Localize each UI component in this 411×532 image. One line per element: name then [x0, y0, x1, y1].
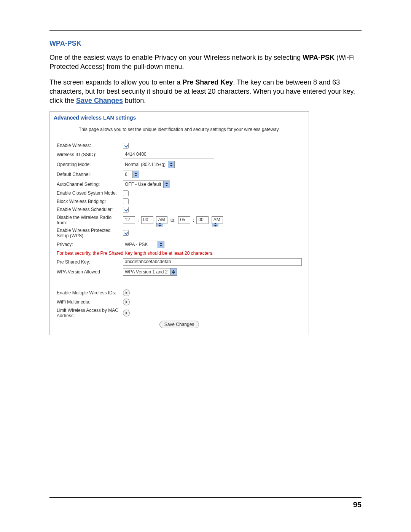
- chevron-right-icon[interactable]: [123, 299, 130, 305]
- label-block-bridging: Block Wireless Bridging:: [55, 197, 121, 205]
- label-disable-radio: Disable the Wireless Radio from:: [55, 214, 121, 227]
- settings-form: Enable Wireless: Wireless ID (SSID): 441…: [55, 141, 303, 329]
- checkbox-scheduler[interactable]: [123, 207, 129, 212]
- select-wpa-version[interactable]: WPA Version 1 and 2: [123, 268, 177, 276]
- para2-text-a: The screen expands to allow you to enter…: [49, 78, 182, 86]
- updown-arrows-icon: [158, 241, 164, 248]
- updown-arrows-icon: [163, 181, 170, 188]
- updown-arrows-icon: [212, 223, 218, 227]
- page-footer: 95: [49, 497, 362, 509]
- updown-arrows-icon: [170, 268, 177, 275]
- section-heading: WPA-PSK: [49, 40, 362, 48]
- psk-length-note: For best security, the Pre Shared Key le…: [55, 249, 303, 257]
- label-wpa-version: WPA Version Allowed: [55, 267, 121, 277]
- label-operating-mode: Operating Mode:: [55, 160, 121, 169]
- updown-arrows-icon: [132, 171, 139, 178]
- select-default-channel[interactable]: 6: [123, 171, 139, 178]
- checkbox-wps[interactable]: [123, 230, 129, 236]
- select-autochannel[interactable]: OFF - Use default: [123, 181, 170, 188]
- para2-text-c: button.: [123, 97, 146, 104]
- input-ssid[interactable]: 4414 0400: [123, 151, 214, 158]
- label-enable-wireless: Enable Wireless:: [55, 141, 121, 149]
- page-number: 95: [49, 500, 362, 509]
- select-to-ampm[interactable]: AM: [212, 216, 223, 224]
- label-multi-ids: Enable Multiple Wireless IDs:: [55, 288, 121, 297]
- settings-panel: Advanced wireless LAN settings This page…: [49, 111, 309, 335]
- input-psk[interactable]: abcdefabcdefabcdefab: [123, 258, 302, 266]
- select-privacy-text: WPA - PSK: [123, 241, 158, 248]
- label-wifi-mm: WiFi Multimedia:: [55, 297, 121, 307]
- label-closed-system: Enable Closed System Mode:: [55, 189, 121, 197]
- label-mac-limit: Limit Wireless Access by MAC Address:: [55, 307, 121, 320]
- label-privacy: Privacy:: [55, 240, 121, 249]
- colon-sep: :: [136, 217, 140, 223]
- panel-title: Advanced wireless LAN settings: [50, 112, 309, 125]
- bottom-horizontal-rule: [49, 497, 362, 498]
- intro-paragraph-1: One of the easiest ways to enable Privac…: [49, 53, 362, 72]
- colon-sep: :: [192, 217, 195, 223]
- to-label: to:: [170, 217, 175, 223]
- para2-bold: Pre Shared Key: [182, 78, 233, 86]
- select-from-ampm-text: AM: [156, 217, 167, 223]
- select-default-channel-text: 6: [123, 171, 132, 178]
- input-to-min[interactable]: 00: [196, 216, 209, 224]
- select-autochannel-text: OFF - Use default: [123, 181, 163, 188]
- select-to-ampm-text: AM: [212, 217, 223, 223]
- para1-bold: WPA-PSK: [303, 54, 335, 61]
- checkbox-enable-wireless[interactable]: [123, 143, 129, 149]
- select-operating-mode[interactable]: Normal (802.11b+g): [123, 161, 175, 168]
- label-autochannel: AutoChannel Setting:: [55, 179, 121, 189]
- input-from-min[interactable]: 00: [141, 216, 153, 224]
- top-horizontal-rule: [49, 30, 362, 31]
- intro-paragraph-2: The screen expands to allow you to enter…: [49, 78, 362, 105]
- save-changes-button[interactable]: Save Changes: [159, 321, 199, 328]
- chevron-right-icon[interactable]: [123, 289, 130, 296]
- select-from-ampm[interactable]: AM: [156, 216, 167, 224]
- checkbox-block-bridging[interactable]: [123, 198, 129, 204]
- updown-arrows-icon: [168, 161, 174, 168]
- save-changes-link[interactable]: Save Changes: [76, 97, 123, 104]
- label-ssid: Wireless ID (SSID):: [55, 150, 121, 160]
- select-privacy[interactable]: WPA - PSK: [123, 241, 164, 248]
- panel-description: This page allows you to set the unique i…: [50, 125, 309, 139]
- checkbox-closed-system[interactable]: [123, 190, 129, 196]
- updown-arrows-icon: [156, 223, 163, 227]
- label-scheduler: Enable Wireless Scheduler:: [55, 205, 121, 213]
- input-from-hour[interactable]: 12: [123, 216, 135, 224]
- label-default-channel: Default Channel:: [55, 169, 121, 179]
- label-psk: Pre Shared Key:: [55, 257, 121, 267]
- label-wps: Enable Wireless Protected Setup (WPS):: [55, 227, 121, 240]
- select-wpa-version-text: WPA Version 1 and 2: [123, 268, 170, 275]
- chevron-right-icon[interactable]: [123, 310, 130, 316]
- select-operating-mode-text: Normal (802.11b+g): [123, 161, 168, 168]
- input-to-hour[interactable]: 05: [178, 216, 190, 224]
- para1-text-a: One of the easiest ways to enable Privac…: [49, 54, 303, 61]
